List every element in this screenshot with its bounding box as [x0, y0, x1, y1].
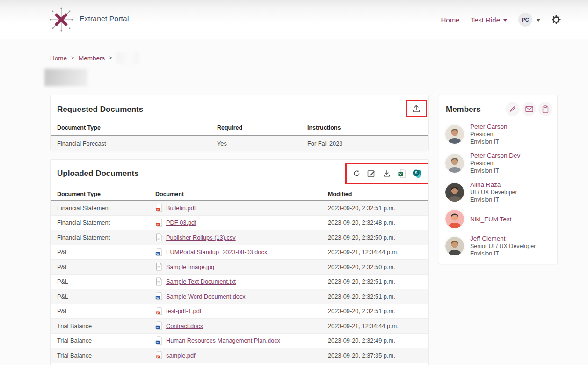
modified-cell: 2023-09-20, 2:32:51 p.m.	[328, 275, 395, 289]
column-header: Required	[217, 124, 242, 131]
member-info: Jeff Clement Senior UI / UX Developer En…	[470, 234, 536, 257]
document-link[interactable]: test-pdf-1.pdf	[166, 307, 201, 314]
edit-icon	[367, 169, 376, 178]
file-type-icon: W	[155, 336, 162, 345]
member-role: President	[470, 160, 520, 167]
copy-members-button[interactable]	[538, 102, 552, 116]
document-link[interactable]: Sample Word Document.docx	[166, 293, 246, 300]
breadcrumb-separator: >	[109, 55, 112, 61]
edit-button[interactable]	[366, 168, 377, 179]
document-cell: W Sample Text Document.txt	[155, 275, 236, 289]
document-type-cell: Financial Statement	[57, 230, 110, 245]
required-cell: Yes	[217, 136, 227, 151]
table-row: Trial Balance W	[51, 334, 428, 349]
column-header: Document Type	[57, 124, 101, 131]
member-name-link[interactable]: Jeff Clement	[470, 234, 536, 242]
file-type-icon: W	[155, 248, 162, 256]
refresh-button[interactable]	[352, 168, 362, 178]
table-row: P&L W	[51, 245, 428, 260]
breadcrumb-members-link[interactable]: Members	[79, 55, 105, 62]
file-type-icon: W	[155, 277, 162, 286]
document-link[interactable]: EUMPortal Standup_2023-08-03.docx	[166, 248, 267, 256]
document-cell: W EUMPortal Standup_2023-08-03.docx	[155, 245, 267, 260]
member-list-item: Jeff Clement Senior UI / UX Developer En…	[445, 234, 553, 257]
nav-home-link[interactable]: Home	[441, 16, 459, 24]
download-icon	[383, 169, 391, 178]
member-info: Niki_EUM Test	[470, 215, 511, 223]
member-name-link[interactable]: Peter Carson	[470, 123, 508, 131]
document-type-cell: Trial Balance	[57, 319, 92, 333]
email-members-button[interactable]	[522, 102, 536, 116]
document-cell: W Publisher Rollups (13).csv	[155, 230, 236, 245]
export-excel-button[interactable]: X	[397, 168, 407, 179]
chevron-down-icon[interactable]	[537, 19, 540, 22]
user-avatar[interactable]: PC	[518, 13, 532, 27]
instructions-cell: For Fall 2023	[307, 136, 342, 151]
document-link[interactable]: Bulletin.pdf	[166, 204, 196, 212]
table-row: Financial Statement W	[51, 216, 428, 231]
envision-logo-icon[interactable]	[47, 5, 76, 35]
envelope-icon	[525, 106, 533, 112]
app-header: Extranet Portal Home Test Ride PC	[0, 0, 588, 39]
svg-text:W: W	[156, 326, 159, 329]
member-name-link[interactable]: Peter Carson Dev	[470, 152, 520, 160]
breadcrumb-home-link[interactable]: Home	[50, 55, 67, 62]
member-avatar[interactable]	[445, 237, 464, 256]
panel-title: Members	[446, 105, 481, 114]
download-button[interactable]	[382, 168, 392, 179]
svg-text:S: S	[415, 170, 418, 175]
uploaded-documents-panel: Uploaded Documents X	[50, 159, 429, 365]
uploaded-table-header: Document Type Document Modified	[51, 190, 428, 201]
document-link[interactable]: sample.pdf	[166, 352, 196, 359]
document-link[interactable]: Publisher Rollups (13).csv	[166, 234, 236, 241]
table-row: P&L W	[51, 275, 428, 290]
modified-cell: 2023-09-20, 2:32:50 p.m.	[328, 260, 395, 274]
document-link[interactable]: Sample Text Document.txt	[166, 278, 236, 285]
file-type-icon: W	[155, 204, 162, 212]
member-role: President	[470, 131, 508, 138]
document-link[interactable]: PDF 03.pdf	[166, 219, 196, 226]
table-row: Trial Balance W	[51, 319, 428, 334]
document-cell: W sample.pdf	[155, 348, 196, 363]
pencil-icon	[509, 105, 516, 113]
member-role: UI / UX Developer	[470, 189, 517, 196]
document-cell: W test-pdf-1.pdf	[155, 304, 201, 319]
members-toolbar	[506, 102, 552, 116]
redacted-breadcrumb-item	[116, 52, 139, 64]
open-sharepoint-button[interactable]: S	[412, 168, 423, 179]
requested-table-header: Document Type Required Instructions	[51, 123, 428, 136]
member-avatar[interactable]	[445, 154, 464, 173]
nav-test-ride-link[interactable]: Test Ride	[471, 16, 507, 24]
svg-text:W: W	[156, 341, 159, 343]
column-header: Instructions	[307, 124, 341, 131]
document-link[interactable]: Sample Image.jpg	[166, 263, 214, 270]
member-list-item: Niki_EUM Test	[445, 210, 553, 228]
member-list-item: Alina Raza UI / UX Developer Envision IT	[445, 181, 553, 204]
table-row: Financial Forecast Yes For Fall 2023	[51, 136, 428, 151]
document-link[interactable]: Human Resources Management Plan.docx	[166, 337, 280, 344]
upload-button[interactable]	[410, 102, 422, 115]
header-nav: Home Test Ride PC	[441, 12, 561, 28]
gear-icon[interactable]	[552, 15, 561, 24]
member-name-link[interactable]: Alina Raza	[470, 181, 517, 189]
member-list: Peter Carson President Envision IT	[445, 123, 553, 257]
document-cell: W Sample Word Document.docx	[155, 289, 246, 304]
document-type-cell: P&L	[57, 245, 68, 260]
annotation-highlight-box	[406, 100, 427, 117]
modified-cell: 2023-09-20, 2:32:50 p.m.	[328, 230, 395, 245]
member-info: Peter Carson President Envision IT	[470, 123, 508, 146]
edit-members-button[interactable]	[506, 102, 520, 116]
document-cell	[155, 363, 162, 365]
member-list-item: Peter Carson Dev President Envision IT	[445, 152, 553, 175]
file-type-icon: W	[155, 351, 162, 359]
member-name-link[interactable]: Niki_EUM Test	[470, 215, 511, 223]
member-avatar[interactable]	[445, 210, 464, 228]
member-info: Peter Carson Dev President Envision IT	[470, 152, 520, 175]
member-avatar[interactable]	[445, 183, 464, 202]
document-link[interactable]: Contract.docx	[166, 322, 203, 329]
svg-text:W: W	[156, 252, 159, 255]
table-row: Financial Statement W	[51, 201, 428, 216]
svg-text:W: W	[156, 297, 159, 299]
member-avatar[interactable]	[445, 125, 464, 144]
document-type-cell: P&L	[57, 275, 68, 289]
